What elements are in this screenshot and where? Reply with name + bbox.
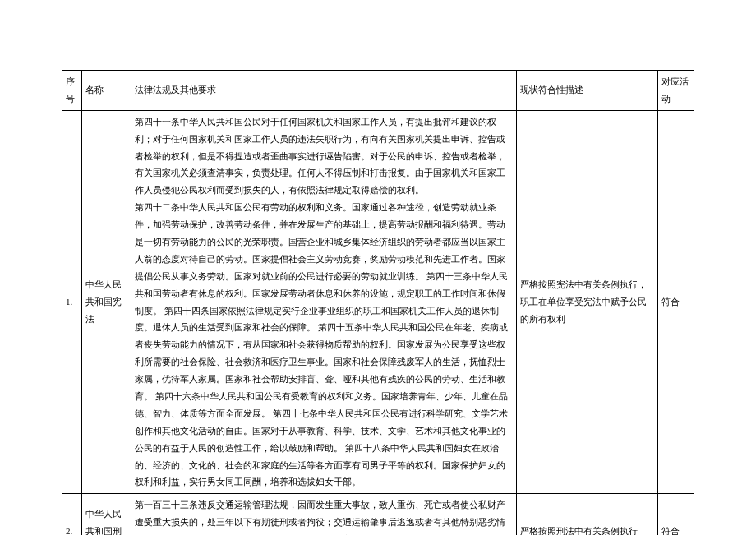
header-name: 名称 — [82, 71, 131, 111]
cell-status: 严格按照刑法中有关条例执行 — [517, 494, 658, 535]
regulation-table: 序号 名称 法律法规及其他要求 现状符合性描述 对应活动 1. 中华人民共和国宪… — [62, 70, 694, 535]
cell-content: 第四十一条中华人民共和国公民对于任何国家机关和国家工作人员，有提出批评和建议的权… — [131, 110, 517, 494]
cell-status: 严格按照宪法中有关条例执行，职工在单位享受宪法中赋予公民的所有权利 — [517, 110, 658, 494]
table-header-row: 序号 名称 法律法规及其他要求 现状符合性描述 对应活动 — [62, 71, 694, 111]
header-seq: 序号 — [62, 71, 82, 111]
cell-seq: 1. — [62, 110, 82, 494]
cell-name: 中华人民共和国宪法 — [82, 110, 131, 494]
table-row: 1. 中华人民共和国宪法 第四十一条中华人民共和国公民对于任何国家机关和国家工作… — [62, 110, 694, 494]
cell-action: 符合 — [658, 494, 694, 535]
cell-name: 中华人民共和国刑法 — [82, 494, 131, 535]
header-content: 法律法规及其他要求 — [131, 71, 517, 111]
cell-action: 符合 — [658, 110, 694, 494]
table-row: 2. 中华人民共和国刑法 第一百三十三条违反交通运输管理法规，因而发生重大事故，… — [62, 494, 694, 535]
header-status: 现状符合性描述 — [517, 71, 658, 111]
header-action: 对应活动 — [658, 71, 694, 111]
cell-seq: 2. — [62, 494, 82, 535]
cell-content: 第一百三十三条违反交通运输管理法规，因而发生重大事故，致人重伤、死亡或者使公私财… — [131, 494, 517, 535]
